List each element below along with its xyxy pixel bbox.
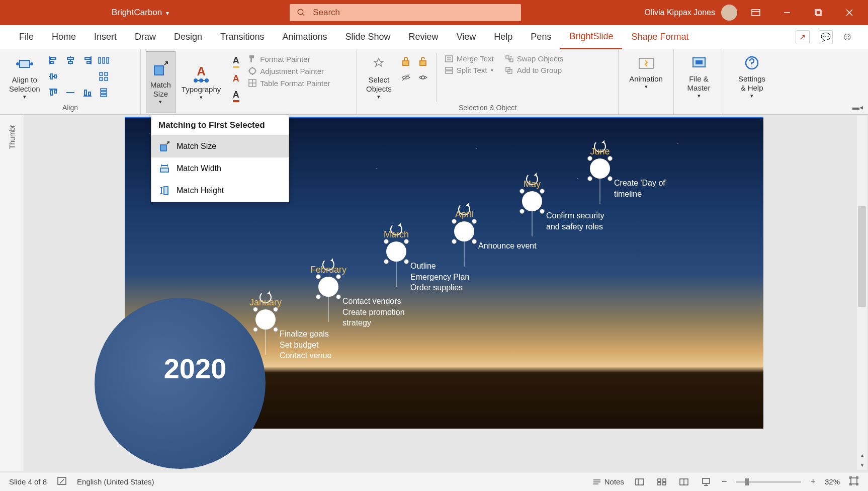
node-circle[interactable] — [522, 191, 542, 211]
tab-review[interactable]: Review — [400, 25, 448, 49]
distribute-h-icon[interactable] — [97, 53, 111, 67]
tab-animations[interactable]: Animations — [273, 25, 336, 49]
sorter-view-icon[interactable] — [655, 475, 668, 488]
match-size-button[interactable]: Match Size▾ — [146, 51, 176, 113]
zoom-level[interactable]: 32% — [825, 477, 840, 486]
slideshow-view-icon[interactable] — [700, 475, 713, 488]
task-list[interactable]: Announce event — [478, 240, 537, 252]
settings-help-button[interactable]: Settings & Help▾ — [729, 51, 774, 101]
highlight-a-icon[interactable]: A — [230, 54, 242, 68]
timeline-node[interactable]: March OutlineEmergency PlanOrder supplie… — [386, 241, 406, 262]
align-right-icon[interactable] — [80, 53, 95, 67]
distribute-v-icon[interactable] — [97, 86, 111, 100]
scroll-down-icon[interactable]: ▾ — [857, 460, 867, 470]
slide-counter[interactable]: Slide 4 of 8 — [9, 477, 47, 486]
smiley-icon[interactable]: ☺ — [842, 30, 853, 44]
resize-handle[interactable] — [472, 219, 477, 224]
tab-draw[interactable]: Draw — [126, 25, 165, 49]
tab-file[interactable]: File — [10, 25, 43, 49]
avatar[interactable] — [721, 5, 737, 21]
format-painter-button[interactable]: Format Painter — [246, 53, 332, 64]
table-format-painter-button[interactable]: Table Format Painter — [246, 77, 332, 89]
task-list[interactable]: Confirm securityand safety roles — [546, 210, 604, 232]
comments-icon[interactable]: 💬 — [819, 30, 833, 44]
user-name[interactable]: Olivia Kippax Jones — [644, 8, 715, 17]
node-circle[interactable] — [255, 309, 276, 330]
language-status[interactable]: English (United States) — [77, 477, 154, 486]
lock-icon[interactable] — [399, 54, 413, 68]
fit-to-window-icon[interactable] — [849, 476, 859, 487]
match-width-item[interactable]: Match Width — [151, 157, 289, 180]
adjustment-painter-button[interactable]: Adjustment Painter — [246, 65, 332, 76]
align-top-icon[interactable] — [46, 86, 60, 100]
ribbon-mode-icon[interactable] — [743, 3, 768, 23]
unlock-icon[interactable] — [416, 54, 430, 68]
notes-button[interactable]: Notes — [592, 477, 624, 486]
tab-transitions[interactable]: Transitions — [211, 25, 273, 49]
align-left-icon[interactable] — [46, 53, 60, 67]
swap-objects-button[interactable]: Swap Objects — [503, 53, 566, 64]
resize-handle[interactable] — [472, 239, 477, 244]
vertical-scrollbar[interactable]: ▴ ▾ — [857, 116, 867, 470]
resize-handle[interactable] — [404, 259, 409, 264]
resize-handle[interactable] — [540, 209, 545, 214]
match-size-item[interactable]: Match Size — [151, 135, 289, 157]
resize-handle[interactable] — [519, 209, 525, 214]
thumbnail-panel[interactable]: Thumbr — [0, 115, 24, 471]
resize-handle[interactable] — [452, 239, 457, 244]
zoom-slider[interactable] — [736, 481, 801, 483]
search-box[interactable]: Search — [290, 4, 521, 21]
resize-handle[interactable] — [336, 294, 341, 299]
show-icon[interactable] — [416, 70, 430, 85]
animation-button[interactable]: Animation▾ — [624, 51, 668, 92]
normal-view-icon[interactable] — [633, 475, 646, 488]
resize-handle[interactable] — [253, 327, 258, 332]
align-to-selection-button[interactable]: Align to Selection▾ — [5, 51, 44, 104]
document-name[interactable]: BrightCarbon▾ — [112, 8, 169, 18]
align-middle-icon[interactable] — [63, 86, 77, 100]
resize-handle[interactable] — [384, 239, 389, 244]
tab-slideshow[interactable]: Slide Show — [336, 25, 400, 49]
resize-handle[interactable] — [607, 176, 613, 181]
grid-icon[interactable] — [97, 69, 111, 84]
zoom-in-icon[interactable]: + — [810, 476, 816, 487]
resize-handle[interactable] — [587, 176, 592, 181]
timeline-node[interactable]: June Create 'Day of'timeline — [590, 158, 610, 179]
task-list[interactable]: Finalize goalsSet budgetContact venue — [280, 329, 331, 361]
close-icon[interactable] — [837, 3, 862, 23]
tab-brightslide[interactable]: BrightSlide — [560, 25, 622, 49]
zoom-out-icon[interactable]: − — [722, 476, 727, 487]
resize-handle[interactable] — [316, 294, 321, 299]
node-circle[interactable] — [454, 221, 474, 241]
timeline-node[interactable]: January Finalize goalsSet budgetContact … — [255, 309, 276, 330]
share-icon[interactable]: ↗ — [796, 30, 810, 44]
node-circle[interactable] — [318, 277, 338, 297]
red-a-icon[interactable]: A — [230, 89, 242, 103]
select-objects-button[interactable]: Select Objects▾ — [362, 51, 396, 104]
resize-handle[interactable] — [587, 156, 592, 161]
timeline-node[interactable]: May Confirm securityand safety roles — [522, 191, 542, 211]
accessibility-icon[interactable] — [57, 476, 67, 487]
tab-insert[interactable]: Insert — [85, 25, 126, 49]
task-list[interactable]: Create 'Day of'timeline — [614, 178, 667, 199]
resize-handle[interactable] — [452, 219, 457, 224]
file-master-button[interactable]: File & Master▾ — [679, 51, 719, 101]
timeline-node[interactable]: February Contact vendorsCreate promotion… — [318, 277, 338, 297]
scroll-thumb[interactable] — [858, 206, 866, 307]
merge-text-button[interactable]: Merge Text — [443, 53, 496, 64]
resize-handle[interactable] — [273, 307, 278, 312]
resize-handle[interactable] — [253, 307, 258, 312]
hide-icon[interactable] — [399, 70, 413, 85]
tab-view[interactable]: View — [448, 25, 485, 49]
align-center-v-icon[interactable] — [46, 69, 60, 84]
tab-design[interactable]: Design — [165, 25, 211, 49]
align-center-h-icon[interactable] — [63, 53, 77, 67]
resize-handle[interactable] — [540, 189, 545, 194]
resize-handle[interactable] — [316, 274, 321, 279]
resize-handle[interactable] — [607, 156, 613, 161]
tab-home[interactable]: Home — [43, 25, 85, 49]
task-list[interactable]: Contact vendorsCreate promotionstrategy — [342, 296, 405, 329]
typography-button[interactable]: A Typography▾ — [178, 51, 225, 113]
outline-a-icon[interactable]: A — [230, 71, 242, 86]
node-circle[interactable] — [386, 241, 406, 262]
